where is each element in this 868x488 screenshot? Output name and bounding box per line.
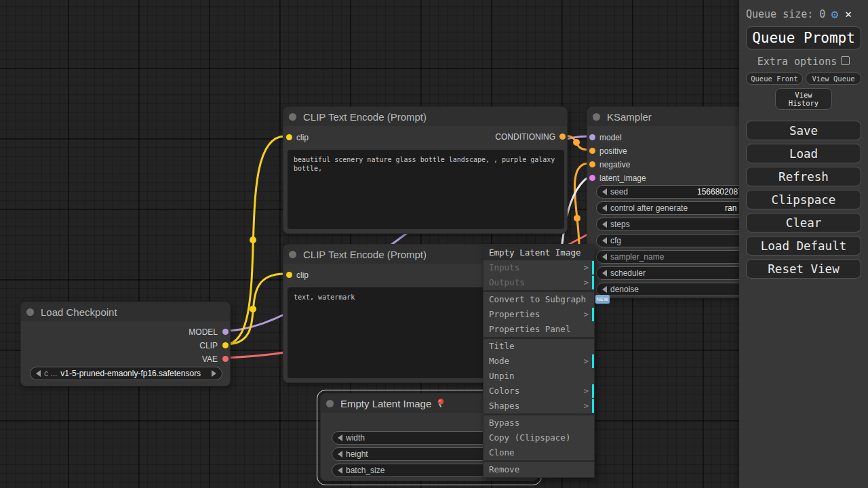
prev-value-icon[interactable] [602, 286, 607, 293]
next-value-icon[interactable] [212, 370, 216, 377]
node-context-menu: Empty Latent Image Inputs > Outputs > Co… [483, 244, 595, 478]
prev-value-icon[interactable] [602, 205, 607, 211]
clipspace-button[interactable]: Clipspace [746, 190, 861, 209]
input-slot-clip[interactable] [286, 134, 292, 140]
node-title: CLIP Text Encode (Prompt) [303, 249, 427, 260]
input-label: clip [296, 270, 309, 280]
node-title: Empty Latent Image [340, 398, 431, 409]
prev-value-icon[interactable] [338, 451, 342, 458]
node-title-bar[interactable]: Load Checkpoint [21, 302, 230, 321]
prev-value-icon[interactable] [602, 237, 607, 244]
widget-value: v1-5-pruned-emaonly-fp16.safetensors [60, 369, 201, 378]
menu-item-shapes[interactable]: Shapes > [484, 399, 594, 413]
prev-value-icon[interactable] [602, 270, 607, 277]
menu-item-properties[interactable]: Properties > [484, 307, 594, 322]
collapse-dot-icon[interactable] [289, 251, 296, 258]
node-clip-text-encode-positive[interactable]: CLIP Text Encode (Prompt) clip CONDITION… [283, 106, 568, 234]
load-button[interactable]: Load [746, 144, 861, 163]
view-queue-button[interactable]: View Queue [806, 73, 861, 85]
output-label: CONDITIONING [495, 132, 555, 142]
input-slot-model[interactable] [589, 134, 595, 140]
menu-item-mode[interactable]: Mode > [484, 354, 594, 369]
extra-options-label: Extra options [757, 56, 837, 68]
menu-item-convert-to-subgraph[interactable]: Convert to Subgraph NEW [484, 292, 594, 307]
ckpt-name-widget[interactable]: c ... v1-5-pruned-emaonly-fp16.safetenso… [30, 367, 222, 380]
collapse-dot-icon[interactable] [326, 400, 334, 407]
node-title: KSampler [607, 111, 652, 123]
save-button[interactable]: Save [746, 121, 861, 140]
menu-item-bypass[interactable]: Bypass [484, 415, 594, 430]
widget-label: height [346, 449, 368, 459]
widget-label: seed [610, 187, 628, 197]
output-label: VAE [202, 354, 218, 364]
menu-item-outputs[interactable]: Outputs > [484, 275, 594, 290]
menu-item-unpin[interactable]: Unpin [484, 369, 594, 384]
output-slot-clip[interactable] [222, 342, 229, 348]
prompt-textarea[interactable]: beautiful scenery nature glass bottle la… [288, 150, 564, 229]
widget-label: sampler_name [610, 252, 664, 262]
link-dot [574, 215, 580, 222]
prev-value-icon[interactable] [338, 467, 342, 474]
refresh-button[interactable]: Refresh [746, 167, 861, 186]
link-dot [250, 306, 256, 312]
submenu-arrow-icon: > [583, 260, 589, 275]
link-dot [250, 237, 256, 243]
context-menu-title: Empty Latent Image [484, 245, 594, 260]
menu-item-remove[interactable]: Remove [484, 462, 594, 477]
widget-label: control after generate [610, 203, 688, 213]
input-slot-positive[interactable] [589, 148, 595, 154]
queue-size-label: Queue size: 0 [746, 8, 825, 20]
close-icon[interactable]: ✕ [845, 7, 852, 20]
menu-item-clone[interactable]: Clone [484, 445, 594, 460]
reset-view-button[interactable]: Reset View [746, 259, 861, 279]
input-slot-clip[interactable] [286, 272, 292, 278]
prev-value-icon[interactable] [602, 253, 607, 260]
queue-prompt-button[interactable]: Queue Prompt [746, 26, 861, 49]
collapse-dot-icon[interactable] [26, 308, 34, 316]
input-label: clip [296, 133, 309, 142]
control-after-generate-value: ran [725, 203, 736, 213]
link-dot [573, 139, 580, 146]
widget-label: c ... [44, 369, 57, 378]
output-slot-model[interactable] [222, 329, 229, 335]
menu-item-copy-clipspace[interactable]: Copy (Clipspace) [484, 430, 594, 445]
node-title: CLIP Text Encode (Prompt) [303, 111, 427, 123]
output-slot-conditioning[interactable] [559, 134, 566, 140]
extra-options-checkbox[interactable] [841, 56, 850, 65]
input-slot-latent-image[interactable] [589, 175, 595, 181]
clear-button[interactable]: Clear [746, 213, 861, 232]
new-badge: NEW [595, 295, 610, 304]
submenu-accent-bar [592, 308, 594, 321]
node-load-checkpoint[interactable]: Load Checkpoint MODEL CLIP VAE c ... v1-… [20, 302, 231, 386]
input-label: positive [599, 146, 627, 156]
menu-item-properties-panel[interactable]: Properties Panel [484, 322, 594, 337]
menu-item-colors[interactable]: Colors > [484, 384, 594, 399]
load-default-button[interactable]: Load Default [746, 236, 861, 256]
prev-value-icon[interactable] [602, 188, 607, 195]
menu-item-title[interactable]: Title [484, 339, 594, 354]
collapse-dot-icon[interactable] [593, 113, 600, 121]
input-label: negative [599, 160, 630, 169]
comfyui-canvas[interactable]: Load Checkpoint MODEL CLIP VAE c ... v1-… [0, 0, 868, 488]
submenu-accent-bar [592, 384, 594, 398]
widget-label: batch_size [346, 466, 384, 475]
widget-label: cfg [610, 236, 621, 245]
prev-value-icon[interactable] [338, 434, 342, 441]
submenu-accent-bar [592, 399, 594, 413]
widget-label: denoise [610, 285, 639, 294]
settings-gear-icon[interactable]: ⚙ [831, 7, 838, 21]
pin-icon [435, 398, 446, 409]
collapse-dot-icon[interactable] [289, 113, 296, 121]
node-title-bar[interactable]: CLIP Text Encode (Prompt) [283, 107, 567, 126]
menu-item-inputs[interactable]: Inputs > [484, 260, 594, 275]
view-history-button[interactable]: View History [775, 88, 832, 110]
widget-label: scheduler [610, 268, 646, 278]
comfy-menu-panel: Queue size: 0 ⚙ ✕ Queue Prompt Extra opt… [739, 0, 868, 488]
prev-value-icon[interactable] [602, 221, 607, 228]
output-slot-vae[interactable] [222, 356, 229, 362]
prev-value-icon[interactable] [36, 370, 41, 377]
input-slot-negative[interactable] [589, 161, 595, 167]
submenu-arrow-icon: > [583, 275, 589, 290]
queue-front-button[interactable]: Queue Front [746, 73, 803, 85]
submenu-arrow-icon: > [583, 307, 589, 322]
